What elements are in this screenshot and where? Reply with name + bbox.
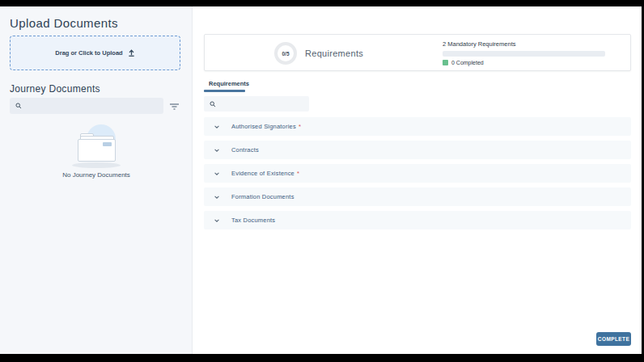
completed-label: 0 Completed xyxy=(451,60,484,65)
empty-state-text: No Journey Documents xyxy=(0,171,193,179)
search-icon xyxy=(15,103,22,109)
section-label: Evidence of Existence xyxy=(231,170,294,177)
requirements-search-input[interactable] xyxy=(220,100,301,107)
empty-folder-illustration xyxy=(70,124,123,168)
requirements-search[interactable] xyxy=(204,96,309,112)
page-title: Upload Documents xyxy=(10,16,118,30)
filter-icon[interactable] xyxy=(166,100,182,113)
section-label: Tax Documents xyxy=(231,217,275,224)
mandatory-block: 2 Mandatory Requirements 0 Completed xyxy=(443,40,605,65)
folder-label-chip xyxy=(103,142,112,146)
mandatory-label: 2 Mandatory Requirements xyxy=(443,40,605,48)
required-asterisk: * xyxy=(297,170,299,177)
journey-search[interactable] xyxy=(10,98,163,114)
chevron-down-icon xyxy=(214,194,220,200)
section-label: Formation Documents xyxy=(231,193,294,200)
upload-dropzone-label: Drag or Click to Upload xyxy=(55,49,122,57)
upload-icon xyxy=(128,49,135,57)
tab-active-indicator xyxy=(204,90,245,92)
requirements-sections: Authorised Signatories*ContractsEvidence… xyxy=(204,117,631,234)
upload-dropzone[interactable]: Drag or Click to Upload xyxy=(10,36,180,70)
illustration-shadow xyxy=(72,162,121,168)
completed-legend: 0 Completed xyxy=(443,60,605,65)
requirements-summary-card: 0/5 Requirements 2 Mandatory Requirement… xyxy=(204,34,631,71)
section-row[interactable]: Formation Documents xyxy=(204,187,631,206)
chevron-down-icon xyxy=(214,170,220,177)
progress-ring: 0/5 xyxy=(274,42,297,65)
folder-front xyxy=(78,139,116,162)
chevron-down-icon xyxy=(214,217,220,224)
tab-requirements[interactable]: Requirements xyxy=(209,80,249,87)
journey-documents-heading: Journey Documents xyxy=(10,83,100,95)
complete-button[interactable]: COMPLETE xyxy=(596,332,631,346)
section-row[interactable]: Authorised Signatories* xyxy=(204,117,631,136)
chevron-down-icon xyxy=(214,147,220,154)
mandatory-progress-bar xyxy=(443,51,605,57)
section-label: Contracts xyxy=(231,146,259,154)
section-row[interactable]: Evidence of Existence* xyxy=(204,164,631,183)
required-asterisk: * xyxy=(299,123,301,130)
section-row[interactable]: Contracts xyxy=(204,141,631,159)
app-window: Upload Documents Drag or Click to Upload… xyxy=(0,6,642,354)
journey-search-input[interactable] xyxy=(26,103,147,110)
completed-swatch xyxy=(443,60,448,65)
section-row[interactable]: Tax Documents xyxy=(204,211,631,229)
section-label: Authorised Signatories xyxy=(231,123,296,130)
search-icon xyxy=(210,101,216,107)
chevron-down-icon xyxy=(214,124,220,130)
summary-card-title: Requirements xyxy=(305,48,363,58)
sidebar: Upload Documents Drag or Click to Upload… xyxy=(0,6,193,354)
